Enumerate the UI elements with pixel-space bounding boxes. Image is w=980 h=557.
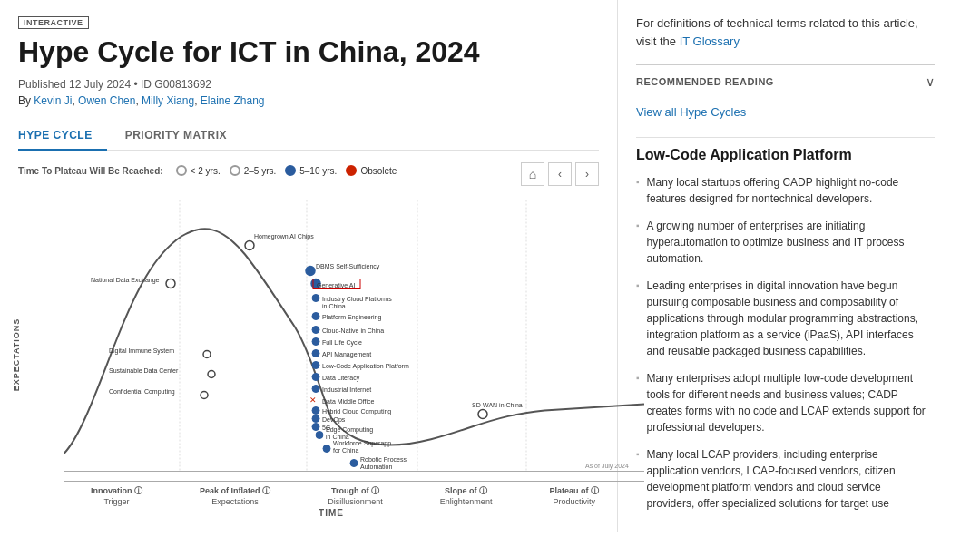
svg-text:Industry Cloud Platforms: Industry Cloud Platforms xyxy=(322,296,392,303)
svg-text:Automation: Automation xyxy=(360,464,393,470)
svg-text:Sustainable Data Center: Sustainable Data Center xyxy=(109,367,179,374)
nav-next-button[interactable]: › xyxy=(575,162,599,186)
svg-text:Full Life Cycle: Full Life Cycle xyxy=(322,339,362,347)
y-axis-label: EXPECTATIONS xyxy=(12,318,21,392)
svg-text:Edge Computing: Edge Computing xyxy=(326,426,373,434)
svg-text:Low-Code Application Platform: Low-Code Application Platform xyxy=(322,363,409,370)
svg-point-40 xyxy=(316,432,323,439)
nav-prev-button[interactable]: ‹ xyxy=(548,162,572,186)
chart-container: Homegrown AI Chips National Data Exchang… xyxy=(64,191,644,482)
author-kevin-ji[interactable]: Kevin Ji xyxy=(34,94,72,107)
svg-point-8 xyxy=(166,279,175,288)
svg-point-34 xyxy=(312,407,319,415)
nav-buttons: ⌂ ‹ › xyxy=(521,162,599,186)
detail-bullet-5: Many local LCAP providers, including ent… xyxy=(636,446,935,512)
svg-point-43 xyxy=(323,445,330,453)
meta-info: Published 12 July 2024 • ID G00813692 xyxy=(18,78,599,91)
legend-circle-5yr xyxy=(230,165,240,176)
legend-circle-10yr xyxy=(285,165,296,176)
right-panel: For definitions of technical terms relat… xyxy=(617,0,953,532)
svg-point-36 xyxy=(312,415,319,423)
svg-text:Hybrid Cloud Computing: Hybrid Cloud Computing xyxy=(322,408,391,415)
x-label-peak: Peak of Inflated ⓘ Expectations xyxy=(200,485,270,506)
svg-text:Data Middle Office: Data Middle Office xyxy=(322,398,375,405)
svg-text:✕: ✕ xyxy=(309,396,317,405)
svg-point-18 xyxy=(312,313,319,320)
svg-text:Platform Engineering: Platform Engineering xyxy=(322,314,381,321)
svg-text:Robotic Process: Robotic Process xyxy=(360,456,407,463)
svg-text:in China: in China xyxy=(322,303,346,309)
svg-point-15 xyxy=(312,295,319,302)
svg-text:DevOps: DevOps xyxy=(322,416,346,424)
svg-text:As of July 2024: As of July 2024 xyxy=(585,463,629,470)
svg-text:in China: in China xyxy=(326,434,349,440)
legend-circle-2yr xyxy=(176,165,187,176)
svg-point-30 xyxy=(312,386,319,393)
nav-home-button[interactable]: ⌂ xyxy=(521,162,544,186)
svg-text:Confidential Computing: Confidential Computing xyxy=(109,388,175,396)
svg-point-55 xyxy=(478,410,487,419)
legend-item-obsolete: Obsolete xyxy=(346,165,397,176)
svg-point-28 xyxy=(312,374,319,381)
svg-text:Digital Immune System: Digital Immune System xyxy=(109,347,174,355)
svg-text:Industrial Internet: Industrial Internet xyxy=(322,386,371,393)
divider xyxy=(636,137,935,138)
svg-point-22 xyxy=(312,338,319,346)
svg-point-20 xyxy=(312,327,319,334)
author-milly-xiang[interactable]: Milly Xiang xyxy=(142,94,194,107)
detail-bullet-3: Leading enterprises in digital innovatio… xyxy=(636,278,935,359)
svg-text:National Data Exchange: National Data Exchange xyxy=(91,277,160,284)
svg-point-6 xyxy=(245,241,254,250)
legend-item-5yr: 2–5 yrs. xyxy=(230,165,277,176)
x-label-trough: Trough of ⓘ Disillusionment xyxy=(328,485,383,506)
tab-hype-cycle[interactable]: HYPE CYCLE xyxy=(18,122,107,151)
svg-text:SD-WAN in China: SD-WAN in China xyxy=(472,402,523,408)
page-title: Hype Cycle for ICT in China, 2024 xyxy=(18,34,599,69)
main-panel: INTERACTIVE Hype Cycle for ICT in China,… xyxy=(0,0,617,532)
right-intro-text: For definitions of technical terms relat… xyxy=(636,15,935,50)
svg-text:DBMS Self-Sufficiency: DBMS Self-Sufficiency xyxy=(316,263,380,270)
svg-point-24 xyxy=(312,350,319,357)
detail-list: Many local startups offering CADP highli… xyxy=(636,174,935,512)
chart-svg: Homegrown AI Chips National Data Exchang… xyxy=(64,191,644,481)
recommended-reading-label: RECOMMENDED READING xyxy=(636,76,774,87)
legend-prefix: Time To Plateau Will Be Reached: xyxy=(18,166,163,176)
author-owen-chen[interactable]: Owen Chen xyxy=(78,94,135,107)
detail-bullet-4: Many enterprises adopt multiple low-code… xyxy=(636,370,935,435)
svg-text:Data Literacy: Data Literacy xyxy=(322,375,360,382)
legend-bar: Time To Plateau Will Be Reached: < 2 yrs… xyxy=(18,165,397,176)
svg-text:Homegrown AI Chips: Homegrown AI Chips xyxy=(254,233,314,240)
detail-bullet-2: A growing number of enterprises are init… xyxy=(636,218,935,267)
svg-point-46 xyxy=(350,460,358,467)
svg-point-10 xyxy=(306,267,315,276)
x-label-slope: Slope of ⓘ Enlightenment xyxy=(440,485,493,506)
svg-text:API Management: API Management xyxy=(322,351,371,358)
legend-nav-row: Time To Plateau Will Be Reached: < 2 yrs… xyxy=(18,162,599,186)
x-axis-label: TIME xyxy=(64,508,599,518)
svg-text:Cloud-Native in China: Cloud-Native in China xyxy=(322,327,384,334)
authors-line: By Kevin Ji, Owen Chen, Milly Xiang, Ela… xyxy=(18,94,599,107)
view-all-hype-cycles-link[interactable]: View all Hype Cycles xyxy=(636,105,935,119)
svg-text:for China: for China xyxy=(333,447,359,454)
svg-point-51 xyxy=(208,371,215,378)
tab-priority-matrix[interactable]: PRIORITY MATRIX xyxy=(125,122,241,151)
svg-point-38 xyxy=(312,424,319,431)
chart-wrapper: EXPECTATIONS Homegrown AI Chi xyxy=(18,191,599,518)
detail-bullet-1: Many local startups offering CADP highli… xyxy=(636,174,935,207)
svg-text:Workforce Superapp: Workforce Superapp xyxy=(333,440,391,447)
recommended-reading-toggle[interactable]: RECOMMENDED READING ∨ xyxy=(636,64,935,98)
author-elaine-zhang[interactable]: Elaine Zhang xyxy=(201,94,265,107)
tab-bar: HYPE CYCLE PRIORITY MATRIX xyxy=(18,122,599,151)
svg-point-49 xyxy=(203,351,211,358)
x-label-plateau: Plateau of ⓘ Productivity xyxy=(549,485,599,506)
it-glossary-link[interactable]: IT Glossary xyxy=(680,34,740,48)
x-label-innovation: Innovation ⓘ Trigger xyxy=(91,485,142,506)
interactive-badge: INTERACTIVE xyxy=(18,16,89,29)
svg-point-26 xyxy=(312,362,319,369)
svg-point-53 xyxy=(201,392,208,399)
legend-item-10yr: 5–10 yrs. xyxy=(285,165,337,176)
legend-item-2yr: < 2 yrs. xyxy=(176,165,220,176)
chevron-down-icon: ∨ xyxy=(926,74,935,89)
detail-panel-title: Low-Code Application Platform xyxy=(636,147,935,163)
legend-circle-obsolete xyxy=(346,165,357,176)
